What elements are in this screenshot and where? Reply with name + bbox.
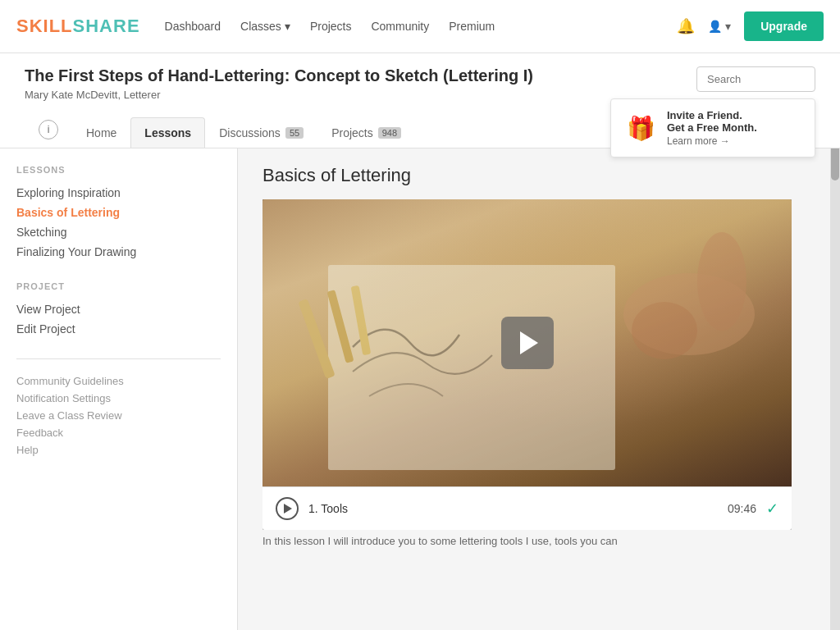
feedback-link[interactable]: Feedback [16, 424, 221, 441]
bell-icon[interactable]: 🔔 [677, 17, 695, 35]
invite-subtitle: Get a Free Month. [667, 121, 757, 134]
nav-classes[interactable]: Classes ▾ [240, 20, 290, 33]
svg-rect-0 [328, 265, 615, 470]
svg-point-5 [697, 232, 746, 331]
navbar: SKILLSHARE Dashboard Classes ▾ Projects … [0, 0, 840, 53]
play-triangle-icon [520, 331, 538, 354]
nav-dashboard[interactable]: Dashboard [165, 20, 221, 33]
sidebar-divider [16, 358, 221, 359]
tool-play-button[interactable] [276, 497, 299, 520]
tab-discussions[interactable]: Discussions 55 [205, 117, 317, 148]
project-section-label: PROJECT [16, 281, 221, 291]
tool-check-icon: ✓ [766, 500, 778, 518]
upgrade-button[interactable]: Upgrade [744, 11, 824, 41]
nav-community[interactable]: Community [371, 20, 429, 33]
tab-home[interactable]: Home [72, 117, 130, 148]
discussions-badge: 55 [285, 127, 304, 139]
lesson-list: Exploring Inspiration Basics of Letterin… [16, 183, 221, 262]
tool-duration: 09:46 [728, 502, 756, 515]
lesson-item-sketching[interactable]: Sketching [16, 222, 221, 242]
edit-project-link[interactable]: Edit Project [16, 319, 221, 339]
sidebar: LESSONS Exploring Inspiration Basics of … [0, 148, 238, 630]
gift-icon: 🎁 [624, 112, 657, 144]
projects-badge: 948 [378, 127, 401, 139]
nav-links: Dashboard Classes ▾ Projects Community P… [165, 20, 678, 33]
logo-skill: SKILL [16, 16, 73, 36]
content-wrapper: The First Steps of Hand-Lettering: Conce… [0, 53, 840, 630]
chevron-down-icon: ▾ [725, 20, 731, 33]
author-link[interactable]: Mary Kate McDevitt, Letterer [25, 89, 160, 101]
tool-play-icon [284, 504, 292, 514]
user-menu[interactable]: 👤 ▾ [708, 20, 731, 33]
logo-share: SHARE [73, 16, 140, 36]
invite-banner: 🎁 Invite a Friend. Get a Free Month. Lea… [610, 98, 815, 158]
svg-point-6 [632, 302, 697, 359]
main-content: Basics of Lettering [238, 148, 840, 630]
user-avatar-icon: 👤 [708, 20, 722, 33]
nav-right: 🔔 👤 ▾ Upgrade [677, 11, 824, 41]
info-icon: i [39, 120, 58, 139]
search-input[interactable] [696, 66, 815, 92]
main-layout: LESSONS Exploring Inspiration Basics of … [0, 148, 840, 630]
tool-label: 1. Tools [308, 502, 718, 515]
nav-projects[interactable]: Projects [310, 20, 352, 33]
search-box [696, 66, 815, 92]
tab-projects[interactable]: Projects 948 [317, 117, 415, 148]
logo: SKILLSHARE [16, 16, 140, 37]
tab-lessons[interactable]: Lessons [130, 117, 205, 148]
lesson-item-finalizing[interactable]: Finalizing Your Drawing [16, 242, 221, 262]
tab-info[interactable]: i [25, 111, 72, 148]
lessons-section-label: LESSONS [16, 165, 221, 175]
invite-text: Invite a Friend. Get a Free Month. Learn… [667, 109, 757, 147]
view-project-link[interactable]: View Project [16, 299, 221, 319]
chevron-down-icon: ▾ [285, 20, 290, 33]
nav-premium[interactable]: Premium [449, 20, 495, 33]
notification-settings-link[interactable]: Notification Settings [16, 390, 221, 407]
play-button[interactable] [501, 317, 554, 369]
video-placeholder[interactable] [262, 199, 792, 486]
community-guidelines-link[interactable]: Community Guidelines [16, 372, 221, 390]
tool-description: In this lesson I will introduce you to s… [262, 533, 792, 550]
project-list: View Project Edit Project [16, 299, 221, 339]
video-container: 1. Tools 09:46 ✓ [262, 199, 792, 530]
leave-class-review-link[interactable]: Leave a Class Review [16, 407, 221, 424]
class-header: The First Steps of Hand-Lettering: Conce… [0, 53, 840, 148]
lesson-item-exploring[interactable]: Exploring Inspiration [16, 183, 221, 203]
help-link[interactable]: Help [16, 441, 221, 459]
lesson-title: Basics of Lettering [262, 165, 815, 186]
sidebar-footer-links: Community Guidelines Notification Settin… [16, 372, 221, 459]
invite-title: Invite a Friend. [667, 109, 757, 121]
invite-link[interactable]: Learn more → [667, 135, 730, 147]
tool-strip: 1. Tools 09:46 ✓ [262, 486, 792, 530]
lesson-item-basics[interactable]: Basics of Lettering [16, 203, 221, 222]
